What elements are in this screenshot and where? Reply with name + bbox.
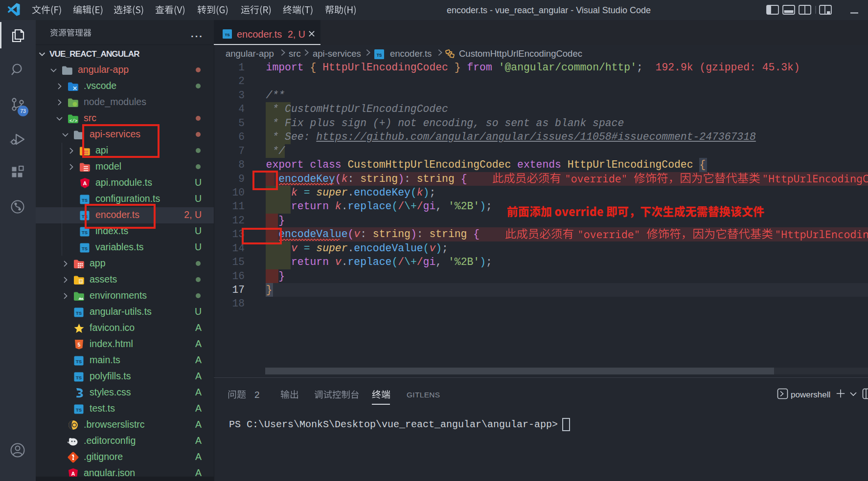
svg-text:TS: TS (225, 33, 230, 37)
svg-text:A: A (71, 470, 75, 476)
svg-text:TS: TS (76, 359, 82, 364)
svg-text:TS: TS (82, 246, 88, 251)
svg-text:A: A (83, 180, 87, 186)
svg-text:TS: TS (76, 407, 82, 413)
svg-text:TS: TS (377, 53, 382, 58)
svg-text:TS: TS (82, 230, 88, 235)
svg-text:TS: TS (76, 310, 82, 316)
svg-text:TS: TS (82, 197, 88, 203)
svg-text:5: 5 (78, 342, 81, 348)
svg-text:TS: TS (76, 375, 82, 380)
svg-text:</>: </> (69, 119, 77, 124)
svg-text:✕: ✕ (72, 85, 77, 92)
